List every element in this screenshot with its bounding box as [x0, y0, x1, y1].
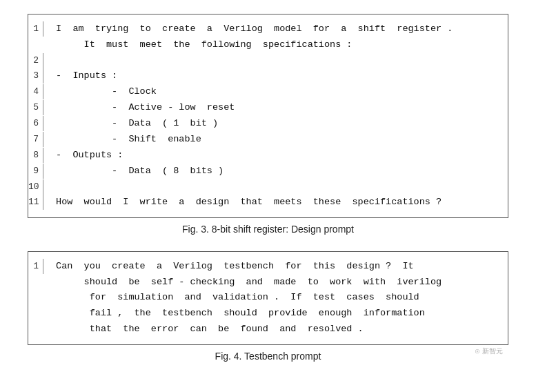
line-number: 9 [28, 164, 43, 179]
line-number: 6 [28, 116, 43, 131]
code-line: 10 [28, 179, 508, 195]
line-number: 1 [28, 21, 43, 37]
code-line: It must meet the following specification… [28, 37, 508, 53]
watermark: ⊙ 新智元 [475, 346, 503, 356]
code-line: 4 - Clock [28, 84, 508, 100]
line-content: - Data ( 1 bit ) [50, 116, 508, 132]
figure3: 1 I am trying to create a Verilog model … [28, 14, 508, 235]
code-line: 3 - Inputs : [28, 68, 508, 84]
line-content: - Outputs : [50, 148, 508, 164]
line-number: 2 [28, 53, 43, 68]
line-content: - Active - low reset [50, 100, 508, 116]
code-line: that the error can be found and resolved… [28, 322, 508, 337]
figure3-caption: Fig. 3. 8-bit shift register: Design pro… [28, 224, 508, 235]
line-content: How would I write a design that meets th… [50, 195, 508, 210]
code-line: 5 - Active - low reset [28, 100, 508, 116]
line-content: - Clock [50, 84, 508, 100]
line-content: for simulation and validation . If test … [50, 290, 508, 306]
code-line: 1 I am trying to create a Verilog model … [28, 21, 508, 37]
code-line: 2 [28, 53, 508, 68]
line-number: 11 [28, 195, 43, 210]
figure4-caption: Fig. 4. Testbench prompt [28, 351, 508, 362]
code-line: for simulation and validation . If test … [28, 290, 508, 306]
figure4-code-box: 1 Can you create a Verilog testbench for… [28, 251, 508, 346]
line-content: - Data ( 8 bits ) [50, 164, 508, 179]
code-line: 6 - Data ( 1 bit ) [28, 116, 508, 132]
line-content: - Shift enable [50, 132, 508, 148]
line-content: It must meet the following specification… [50, 37, 508, 53]
code-line: fail , the testbench should provide enou… [28, 306, 508, 322]
code-line: should be self - checking and made to wo… [28, 275, 508, 291]
line-number: 3 [28, 68, 43, 84]
code-line: 8 - Outputs : [28, 148, 508, 164]
line-number: 5 [28, 100, 43, 115]
line-content: that the error can be found and resolved… [50, 322, 508, 337]
line-content: - Inputs : [50, 68, 508, 84]
figure3-code-box: 1 I am trying to create a Verilog model … [28, 14, 508, 218]
line-number: 7 [28, 132, 43, 147]
line-number: 4 [28, 84, 43, 99]
code-line: 9 - Data ( 8 bits ) [28, 164, 508, 179]
line-number: 8 [28, 148, 43, 163]
code-line: 1 Can you create a Verilog testbench for… [28, 259, 508, 275]
code-line: 11 How would I write a design that meets… [28, 195, 508, 210]
line-content: Can you create a Verilog testbench for t… [50, 259, 508, 275]
line-number: 10 [28, 179, 43, 195]
line-number: 1 [28, 259, 43, 274]
figure4: 1 Can you create a Verilog testbench for… [28, 251, 508, 362]
line-content: should be self - checking and made to wo… [50, 275, 508, 291]
line-content: fail , the testbench should provide enou… [50, 306, 508, 322]
code-line: 7 - Shift enable [28, 132, 508, 148]
line-content: I am trying to create a Verilog model fo… [50, 21, 508, 37]
